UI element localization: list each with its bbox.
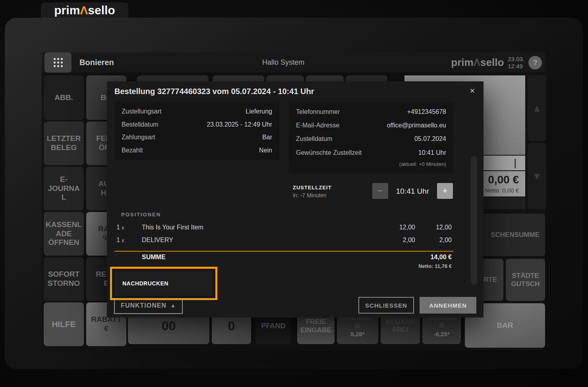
- button-label: FUNKTIONEN: [121, 302, 166, 309]
- highlight-frame: NACHDRUCKEN: [110, 267, 217, 300]
- info-row: E-Mail-Adresseoffice@primasello.eu: [296, 122, 446, 129]
- sum-value: 14,00 €: [415, 254, 452, 261]
- info-label: Zustelldatum: [296, 135, 333, 142]
- sidebar-button-abb[interactable]: ABB.: [44, 75, 84, 120]
- button-sublabel: 5,28*: [350, 331, 364, 338]
- sidebar-button-letzter-beleg[interactable]: LETZTER BELEG: [44, 121, 84, 165]
- topbar-right-cluster: primΛsello 23.03. 12:49 ?: [451, 52, 542, 73]
- grid-icon: [54, 58, 63, 67]
- annehmen-button[interactable]: ANNEHMEN: [420, 297, 476, 314]
- info-row: Telefonnummer+4912345678: [296, 108, 446, 116]
- button-label: NEGATIV FREI: [385, 318, 415, 334]
- close-dialog-button[interactable]: ×: [467, 85, 478, 96]
- greeting-text: Hallo System: [255, 52, 311, 73]
- info-row: Zustelldatum05.07.2024: [296, 135, 446, 142]
- current-offset-note: (aktuell: +0 Minuten): [296, 161, 446, 167]
- info-value: 23.03.2025 - 12:49 Uhr: [207, 121, 272, 128]
- info-row: Bestelldatum23.03.2025 - 12:49 Uhr: [122, 121, 272, 128]
- plus-icon: +: [443, 186, 448, 196]
- button-label: BAR: [497, 321, 513, 330]
- scroll-up-button[interactable]: ▲: [528, 75, 546, 141]
- button-label: SCHENSUMME: [491, 231, 540, 239]
- sum-row: SUMME 14,00 €: [116, 254, 452, 261]
- date-text: 23.03.: [508, 56, 524, 62]
- position-row: 1 x This Is Your First Item 12,00 12,00: [116, 224, 452, 231]
- time-plus-button[interactable]: +: [437, 183, 453, 199]
- cursor-icon: |: [514, 157, 516, 169]
- dialog-scrollbar-thumb[interactable]: [471, 156, 477, 285]
- button-label: ANNEHMEN: [429, 302, 467, 309]
- chevron-up-icon: ▲: [170, 302, 176, 308]
- schliessen-button[interactable]: SCHLIESSEN: [358, 297, 414, 314]
- info-row: ZahlungsartBar: [122, 134, 272, 141]
- sidebar-button-sofort-storno[interactable]: SOFORT STORNO: [44, 257, 84, 301]
- dialog-title: Bestellung 327774460323 vom 05.07.2024 -…: [114, 87, 314, 96]
- order-info-panel-right: Telefonnummer+4912345678 E-Mail-Adresseo…: [289, 102, 453, 173]
- position-unit-price: 12,00: [379, 224, 415, 231]
- topbar-logo-lambda-icon: Λ: [474, 56, 480, 68]
- info-row: ZustellungsartLieferung: [122, 108, 272, 115]
- topbar-logo-prefix: prim: [451, 56, 473, 68]
- info-label: Zustellungsart: [122, 108, 162, 115]
- topbar-logo: primΛsello: [451, 56, 504, 69]
- info-row: BezahltNein: [122, 147, 272, 154]
- positions-header: POSITIONEN: [121, 212, 161, 218]
- sidebar-button-kassenlade-oeffnen[interactable]: KASSENL ADE ÖFFNEN: [44, 212, 84, 256]
- screen: primΛsello Bonieren Hallo System primΛse…: [0, 0, 588, 387]
- position-total-price: 2,00: [415, 237, 452, 244]
- zustellzeit-value: 10:41 Uhr: [388, 187, 437, 196]
- primasello-logo: primΛsello: [41, 2, 128, 18]
- info-value: Nein: [259, 147, 272, 154]
- button-label: PFAND: [261, 322, 285, 330]
- button-label: RTE: [484, 276, 497, 284]
- info-label: Bestelldatum: [122, 121, 159, 128]
- button-label: KASSENL ADE ÖFFNEN: [46, 220, 82, 247]
- info-value: 10:41 Uhr: [418, 149, 446, 156]
- position-name: This Is Your First Item: [142, 224, 379, 231]
- button-label: SCHLIESSEN: [365, 302, 407, 309]
- button-label: HILFE: [52, 319, 76, 329]
- info-label: Bezahlt: [122, 147, 143, 154]
- minus-icon: −: [378, 186, 383, 196]
- time-minus-button[interactable]: −: [372, 183, 388, 199]
- info-value: +4912345678: [407, 108, 446, 116]
- menu-grid-button[interactable]: [44, 52, 72, 73]
- button-label: LETZTER BELEG: [47, 134, 81, 152]
- info-label: Gewünschte Zustellzeit: [296, 149, 362, 156]
- topbar-logo-suffix: sello: [480, 56, 504, 68]
- arrow-down-icon: ▼: [532, 171, 542, 182]
- datetime: 23.03. 12:49: [508, 56, 524, 69]
- help-button[interactable]: ?: [528, 56, 542, 69]
- sidebar-button-hilfe[interactable]: HILFE: [44, 302, 84, 346]
- nachdrucken-menu-item[interactable]: NACHDRUCKEN: [114, 271, 213, 296]
- zustellzeit-block: ZUSTELLZEIT in: -7 Minuten: [293, 185, 332, 198]
- staedte-gutschein-button[interactable]: STÄDTE GUTSCH: [506, 259, 545, 301]
- screen-title: Bonieren: [79, 52, 114, 73]
- button-label: 00: [162, 319, 176, 333]
- position-row: 1 x DELIVERY 2,00 2,00: [116, 237, 452, 244]
- position-qty: 1 x: [116, 224, 142, 231]
- order-dialog: Bestellung 327774460323 vom 05.07.2024 -…: [107, 81, 484, 318]
- logo-text-suffix: sello: [88, 4, 115, 17]
- position-total-price: 12,00: [415, 224, 452, 231]
- order-info-panel-left: ZustellungsartLieferung Bestelldatum23.0…: [114, 102, 279, 160]
- logo-text-prefix: prim: [54, 4, 80, 17]
- info-value: Lieferung: [246, 108, 272, 115]
- info-row: Gewünschte Zustellzeit10:41 Uhr: [296, 149, 446, 156]
- scroll-down-button[interactable]: ▼: [528, 143, 546, 209]
- zustellzeit-relative: in: -7 Minuten: [293, 192, 332, 198]
- button-label: FREIE EINGABE: [300, 318, 331, 335]
- button-label: SOFORT STORNO: [48, 270, 80, 288]
- sidebar-button-e-journal[interactable]: E- JOURNA L: [44, 167, 84, 210]
- sum-divider: [114, 251, 453, 252]
- help-icon: ?: [533, 58, 538, 67]
- sum-label: SUMME: [142, 254, 379, 261]
- info-label: E-Mail-Adresse: [296, 122, 339, 129]
- time-text: 12:49: [508, 63, 524, 69]
- button-label: 0: [228, 319, 235, 333]
- top-bar: Bonieren Hallo System primΛsello 23.03. …: [42, 52, 545, 73]
- info-value: 05.07.2024: [414, 135, 446, 142]
- position-name: DELIVERY: [142, 237, 379, 244]
- button-label: RABATT €: [91, 315, 122, 333]
- arrow-up-icon: ▲: [532, 103, 542, 114]
